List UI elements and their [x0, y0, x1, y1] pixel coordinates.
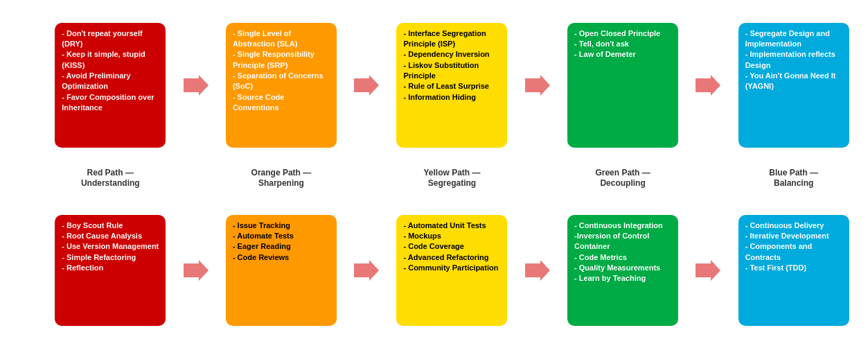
card-line: - Don't repeat yourself (DRY) [62, 28, 159, 50]
card-line: - Issue Tracking [233, 220, 330, 231]
card-line: - Community Participation [403, 263, 500, 273]
card-line: - Single Level of Abstraction (SLA) [233, 28, 330, 50]
path-label-section-3: Green Path —Decoupling [551, 168, 695, 189]
svg-marker-1 [354, 75, 379, 96]
principles-section-4: - Segregate Design and Implementation- I… [722, 23, 865, 148]
card-line: - Information Hiding [403, 92, 500, 103]
card-line: - Open Closed Principle [574, 28, 671, 39]
practices-card-3: - Continuous Integration-Inversion of Co… [567, 215, 678, 326]
principles-section-0: - Don't repeat yourself (DRY)- Keep it s… [39, 23, 182, 148]
svg-marker-7 [696, 260, 720, 281]
card-line: - Code Metrics [574, 252, 671, 263]
card-line: - Components and Contracts [745, 241, 842, 263]
practices-section-4: - Continuous Delivery- Iterative Develop… [722, 215, 865, 326]
arrow-icon [696, 260, 720, 281]
path-label-3: Green Path —Decoupling [595, 168, 650, 189]
card-line: - Tell, don't ask [574, 39, 671, 49]
card-line: -Inversion of Control Container [574, 231, 671, 252]
path-label-section-4: Blue Path —Balancing [722, 168, 865, 189]
arrow-icon [184, 75, 209, 96]
arrow-icon [525, 260, 550, 281]
svg-marker-0 [184, 75, 209, 96]
card-line: - Automate Tests [233, 231, 330, 241]
principles-section-2: - Interface Segregation Principle (ISP)-… [380, 23, 524, 148]
card-line: - Separation of Concerns (SoC) [233, 71, 330, 92]
path-label-section-1: Orange Path —Sharpening [210, 168, 353, 189]
arrow-icon [184, 260, 209, 281]
card-line: - Iterative Development [745, 231, 842, 241]
practices-section-3: - Continuous Integration-Inversion of Co… [551, 215, 695, 326]
practices-card-2: - Automated Unit Tests- Mockups- Code Co… [396, 215, 507, 326]
svg-marker-5 [354, 260, 379, 281]
card-line: - Mockups [403, 231, 500, 241]
card-line: - Keep it simple, stupid (KISS) [62, 49, 159, 71]
practices-section-2: - Automated Unit Tests- Mockups- Code Co… [380, 215, 524, 326]
card-line: - Law of Demeter [574, 49, 671, 60]
arrow-icon [525, 75, 550, 96]
card-line: - Eager Reading [233, 241, 330, 252]
card-line: - Interface Segregation Principle (ISP) [403, 28, 500, 50]
arrow-icon [354, 75, 379, 96]
principles-card-1: - Single Level of Abstraction (SLA)- Sin… [226, 23, 337, 148]
practices-card-1: - Issue Tracking- Automate Tests- Eager … [226, 215, 337, 326]
svg-marker-2 [525, 75, 550, 96]
card-line: - Code Reviews [233, 252, 330, 263]
card-line: - Source Code Conventions [233, 92, 330, 114]
path-label-1: Orange Path —Sharpening [251, 168, 312, 189]
card-line: - Automated Unit Tests [403, 220, 500, 231]
principles-row: - Don't repeat yourself (DRY)- Keep it s… [39, 6, 865, 164]
practices-label [4, 194, 37, 333]
practices-section-0: - Boy Scout Rule- Root Cause Analysis- U… [39, 215, 182, 326]
card-line: - Rule of Least Surprise [403, 81, 500, 92]
card-line: - Favor Composition over Inheritance [62, 92, 159, 114]
practices-row: - Boy Scout Rule- Root Cause Analysis- U… [39, 191, 865, 349]
card-line: - Use Version Management [62, 241, 159, 252]
arrow-icon [354, 260, 379, 281]
principles-card-4: - Segregate Design and Implementation- I… [738, 23, 849, 148]
practices-section-1: - Issue Tracking- Automate Tests- Eager … [210, 215, 353, 326]
card-line: - Implementation reflects Design [745, 49, 842, 71]
svg-marker-4 [184, 260, 209, 281]
card-line: - Single Responsibility Principle (SRP) [233, 49, 330, 71]
card-line: - Liskov Substitution Principle [403, 60, 500, 82]
card-line: - Advanced Refactoring [403, 252, 500, 263]
card-line: - Code Coverage [403, 241, 500, 252]
svg-marker-6 [525, 260, 550, 281]
path-label-4: Blue Path —Balancing [769, 168, 818, 189]
card-line: - Dependency Inversion [403, 49, 500, 60]
card-line: - Avoid Preliminary Optimization [62, 71, 159, 92]
path-label-2: Yellow Path —Segregating [423, 168, 480, 189]
principles-card-0: - Don't repeat yourself (DRY)- Keep it s… [55, 23, 166, 148]
row-labels [3, 6, 39, 349]
card-line: - You Ain't Gonna Need It (YAGNI) [745, 71, 842, 92]
principles-label [4, 22, 37, 161]
card-line: - Test First (TDD) [745, 263, 842, 273]
arrow-icon [696, 75, 720, 96]
path-label-0: Red Path —Understanding [81, 168, 140, 189]
content-area: - Don't repeat yourself (DRY)- Keep it s… [39, 6, 865, 349]
principles-section-3: - Open Closed Principle- Tell, don't ask… [551, 23, 695, 148]
svg-marker-3 [696, 75, 720, 96]
card-line: - Segregate Design and Implementation [745, 28, 842, 50]
principles-card-2: - Interface Segregation Principle (ISP)-… [396, 23, 507, 148]
card-line: - Learn by Teaching [574, 273, 671, 284]
principles-card-3: - Open Closed Principle- Tell, don't ask… [567, 23, 678, 148]
card-line: - Simple Refactoring [62, 252, 159, 263]
card-line: - Continuous Integration [574, 220, 671, 231]
card-line: - Continuous Delivery [745, 220, 842, 231]
card-line: - Root Cause Analysis [62, 231, 159, 241]
practices-card-0: - Boy Scout Rule- Root Cause Analysis- U… [55, 215, 166, 326]
card-line: - Reflection [62, 263, 159, 273]
path-label-section-0: Red Path —Understanding [39, 168, 182, 189]
card-line: - Boy Scout Rule [62, 220, 159, 231]
main-container: - Don't repeat yourself (DRY)- Keep it s… [0, 0, 868, 355]
practices-card-4: - Continuous Delivery- Iterative Develop… [738, 215, 849, 326]
card-line: - Quality Measurements [574, 263, 671, 273]
principles-section-1: - Single Level of Abstraction (SLA)- Sin… [210, 23, 353, 148]
path-labels-row: Red Path —UnderstandingOrange Path —Shar… [39, 166, 865, 191]
path-label-section-2: Yellow Path —Segregating [380, 168, 524, 189]
